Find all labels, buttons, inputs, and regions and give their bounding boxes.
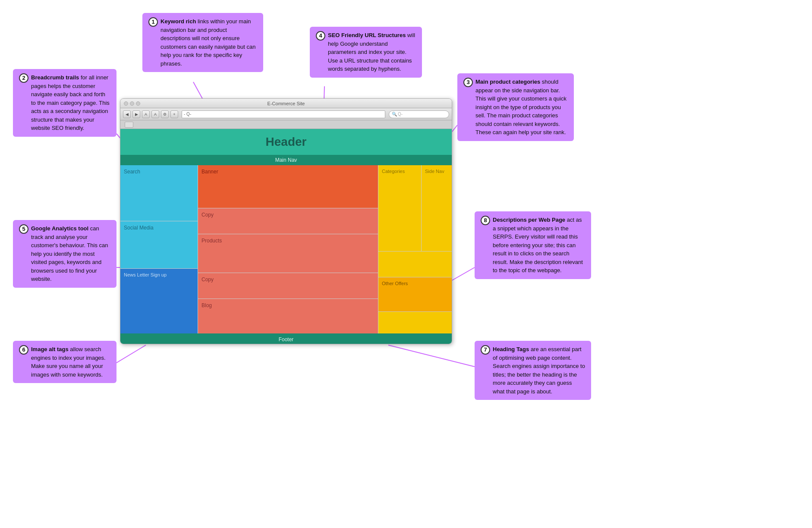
site-copy1-label: Copy bbox=[201, 212, 214, 218]
annotation-3-text: Main product categories should appear on… bbox=[475, 78, 568, 137]
nav-back-btn[interactable]: ◀ bbox=[123, 110, 131, 118]
annotation-5-text: Google Analytics tool can track and anal… bbox=[31, 224, 110, 283]
nav-btn-plus[interactable]: + bbox=[170, 110, 178, 118]
annotation-3: 3 Main product categories should appear … bbox=[457, 73, 574, 141]
annotation-2-text: Breadcrumb trails for all inner pages he… bbox=[31, 73, 110, 132]
site-banner-section: Banner bbox=[198, 165, 378, 208]
annotation-number-5: 5 bbox=[19, 224, 28, 234]
annotation-1-text: Keyword rich links within your main navi… bbox=[161, 17, 257, 68]
browser-window: E-Commerce Site ◀ ▶ A A ⚙ + - Q- 🔍 Q- He… bbox=[120, 98, 452, 344]
nav-forward-btn[interactable]: ▶ bbox=[132, 110, 140, 118]
annotation-5: 5 Google Analytics tool can track and an… bbox=[13, 220, 116, 288]
browser-title: E-Commerce Site bbox=[268, 101, 305, 106]
site-other-offers-label: Other Offers bbox=[382, 281, 408, 286]
search-placeholder: Q- bbox=[398, 112, 403, 116]
site-categories-label: Categories bbox=[382, 169, 405, 174]
site-right-column: Categories Side Nav Other Offers bbox=[378, 165, 452, 333]
address-bar-text: - Q- bbox=[184, 112, 191, 116]
site-header: Header bbox=[120, 129, 452, 155]
annotation-6-text: Image alt tags allow search engines to i… bbox=[31, 345, 110, 379]
site-newsletter-label: News Letter Sign up bbox=[124, 272, 167, 277]
site-yellow-mid bbox=[378, 251, 452, 277]
site-right-top: Categories Side Nav bbox=[378, 165, 452, 251]
annotation-number-3: 3 bbox=[463, 78, 473, 87]
site-copy1-section: Copy bbox=[198, 208, 378, 234]
site-body: Search Social Media News Letter Sign up … bbox=[120, 165, 452, 333]
site-categories-section: Categories bbox=[378, 165, 422, 251]
browser-dot-yellow bbox=[130, 101, 134, 106]
site-copy2-label: Copy bbox=[201, 277, 214, 283]
site-products-label: Products bbox=[201, 238, 222, 244]
site-mainnav-text: Main Nav bbox=[275, 157, 297, 163]
annotation-7: 7 Heading Tags are an essential part of … bbox=[475, 341, 591, 400]
site-banner-label: Banner bbox=[201, 169, 218, 175]
annotation-8: 8 Descriptions per Web Page act as a sni… bbox=[475, 211, 591, 279]
annotation-number-4: 4 bbox=[316, 31, 325, 41]
browser-search-box[interactable]: 🔍 Q- bbox=[389, 110, 449, 118]
site-left-column: Search Social Media News Letter Sign up bbox=[120, 165, 198, 333]
site-products-section: Products bbox=[198, 234, 378, 273]
website-content: Header Main Nav Search Social Media News… bbox=[120, 129, 452, 344]
browser-tab-bar bbox=[120, 120, 452, 129]
browser-dots bbox=[124, 101, 140, 106]
site-middle-column: Banner Copy Products Copy Blog bbox=[198, 165, 378, 333]
annotation-number-8: 8 bbox=[481, 216, 490, 225]
site-newsletter-section: News Letter Sign up bbox=[120, 269, 198, 333]
annotation-4-text: SEO Friendly URL Structures will help Go… bbox=[328, 31, 416, 73]
site-other-offers-section: Other Offers bbox=[378, 277, 452, 312]
site-social-section: Social Media bbox=[120, 221, 198, 269]
site-sidenav-section: Side Nav bbox=[422, 165, 452, 251]
browser-tab[interactable] bbox=[125, 122, 133, 128]
browser-dot-red bbox=[124, 101, 128, 106]
annotation-number-1: 1 bbox=[148, 17, 158, 27]
annotation-number-7: 7 bbox=[481, 345, 490, 355]
site-search-section: Search bbox=[120, 165, 198, 221]
site-footer-text: Footer bbox=[279, 336, 294, 343]
browser-dot-green bbox=[136, 101, 140, 106]
site-search-label: Search bbox=[124, 169, 140, 175]
svg-line-6 bbox=[388, 345, 475, 367]
site-right-bottom: Other Offers bbox=[378, 251, 452, 333]
site-yellow-bottom bbox=[378, 312, 452, 333]
site-mainnav: Main Nav bbox=[120, 155, 452, 165]
annotation-1: 1 Keyword rich links within your main na… bbox=[142, 13, 263, 72]
search-icon: 🔍 bbox=[392, 112, 397, 116]
nav-btn-gear[interactable]: ⚙ bbox=[161, 110, 169, 118]
annotation-6: 6 Image alt tags allow search engines to… bbox=[13, 341, 116, 383]
annotation-4: 4 SEO Friendly URL Structures will help … bbox=[310, 27, 422, 78]
browser-toolbar: ◀ ▶ A A ⚙ + - Q- 🔍 Q- bbox=[120, 108, 452, 120]
site-social-label: Social Media bbox=[124, 225, 154, 231]
annotation-8-text: Descriptions per Web Page act as a snipp… bbox=[493, 216, 585, 275]
site-header-text: Header bbox=[266, 135, 307, 149]
annotation-7-text: Heading Tags are an essential part of op… bbox=[493, 345, 585, 396]
browser-titlebar: E-Commerce Site bbox=[120, 99, 452, 108]
site-blog-label: Blog bbox=[201, 302, 212, 308]
nav-btn-a[interactable]: A bbox=[142, 110, 150, 118]
site-blog-section: Blog bbox=[198, 299, 378, 333]
annotation-2: 2 Breadcrumb trails for all inner pages … bbox=[13, 69, 116, 137]
site-sidenav-label: Side Nav bbox=[425, 169, 444, 174]
annotation-number-6: 6 bbox=[19, 345, 28, 355]
annotation-number-2: 2 bbox=[19, 73, 28, 83]
site-copy2-section: Copy bbox=[198, 273, 378, 299]
site-footer: Footer bbox=[120, 333, 452, 344]
address-bar[interactable]: - Q- bbox=[182, 110, 385, 118]
nav-btn-a2[interactable]: A bbox=[151, 110, 159, 118]
